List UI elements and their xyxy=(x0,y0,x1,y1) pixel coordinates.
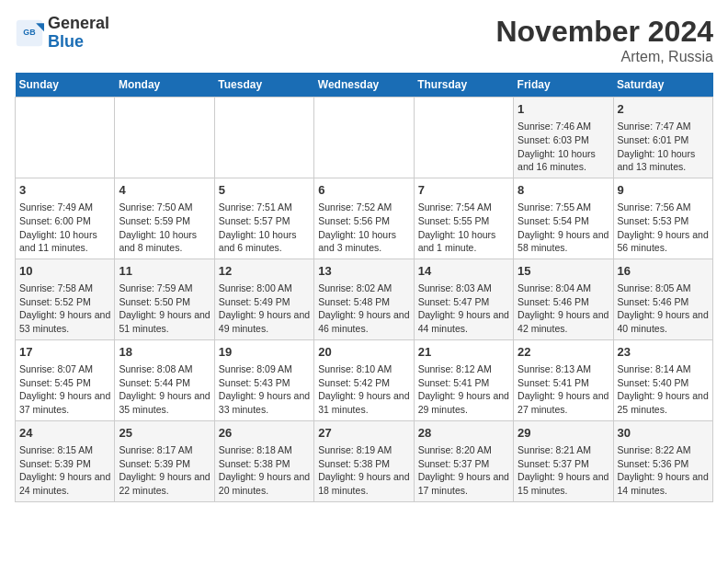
day-number: 19 xyxy=(219,344,310,361)
day-number: 11 xyxy=(119,263,210,280)
logo-icon: GB xyxy=(15,18,44,48)
day-number: 15 xyxy=(518,263,609,280)
calendar-cell: 28Sunrise: 8:20 AM Sunset: 5:37 PM Dayli… xyxy=(414,420,513,501)
day-content: Sunrise: 8:05 AM Sunset: 5:46 PM Dayligh… xyxy=(618,282,709,336)
calendar-cell xyxy=(214,98,313,178)
day-number: 17 xyxy=(19,344,110,361)
calendar-week-row: 1Sunrise: 7:46 AM Sunset: 6:03 PM Daylig… xyxy=(16,98,713,178)
day-number: 21 xyxy=(418,344,509,361)
calendar-header-row: SundayMondayTuesdayWednesdayThursdayFrid… xyxy=(16,73,713,98)
day-content: Sunrise: 8:02 AM Sunset: 5:48 PM Dayligh… xyxy=(318,282,409,336)
calendar-cell: 8Sunrise: 7:55 AM Sunset: 5:54 PM Daylig… xyxy=(514,178,613,259)
title-area: November 2024 Artem, Russia xyxy=(495,15,713,65)
page-header: GB General Blue November 2024 Artem, Rus… xyxy=(15,15,713,65)
calendar-week-row: 3Sunrise: 7:49 AM Sunset: 6:00 PM Daylig… xyxy=(16,178,713,259)
month-title: November 2024 xyxy=(495,15,713,49)
day-content: Sunrise: 8:17 AM Sunset: 5:39 PM Dayligh… xyxy=(119,443,210,498)
day-content: Sunrise: 8:10 AM Sunset: 5:42 PM Dayligh… xyxy=(318,362,409,417)
calendar-cell: 30Sunrise: 8:22 AM Sunset: 5:36 PM Dayli… xyxy=(613,420,712,501)
calendar-cell: 1Sunrise: 7:46 AM Sunset: 6:03 PM Daylig… xyxy=(514,98,613,178)
header-friday: Friday xyxy=(514,73,613,98)
calendar-cell: 17Sunrise: 8:07 AM Sunset: 5:45 PM Dayli… xyxy=(16,339,115,420)
day-number: 24 xyxy=(19,425,110,442)
day-number: 13 xyxy=(318,263,409,280)
calendar-cell: 20Sunrise: 8:10 AM Sunset: 5:42 PM Dayli… xyxy=(314,339,414,420)
calendar-cell: 18Sunrise: 8:08 AM Sunset: 5:44 PM Dayli… xyxy=(115,339,214,420)
svg-text:GB: GB xyxy=(23,28,35,37)
day-number: 10 xyxy=(19,263,110,280)
day-number: 2 xyxy=(618,101,709,118)
day-content: Sunrise: 7:46 AM Sunset: 6:03 PM Dayligh… xyxy=(518,120,609,174)
day-content: Sunrise: 8:14 AM Sunset: 5:40 PM Dayligh… xyxy=(618,362,709,417)
calendar-cell: 4Sunrise: 7:50 AM Sunset: 5:59 PM Daylig… xyxy=(115,178,214,259)
header-thursday: Thursday xyxy=(414,73,513,98)
day-number: 18 xyxy=(119,344,210,361)
calendar-cell: 23Sunrise: 8:14 AM Sunset: 5:40 PM Dayli… xyxy=(613,339,712,420)
header-monday: Monday xyxy=(115,73,214,98)
calendar-cell: 29Sunrise: 8:21 AM Sunset: 5:37 PM Dayli… xyxy=(514,420,613,501)
calendar-cell: 19Sunrise: 8:09 AM Sunset: 5:43 PM Dayli… xyxy=(214,339,313,420)
calendar-cell: 27Sunrise: 8:19 AM Sunset: 5:38 PM Dayli… xyxy=(314,420,414,501)
day-content: Sunrise: 8:00 AM Sunset: 5:49 PM Dayligh… xyxy=(219,282,310,336)
calendar-cell: 16Sunrise: 8:05 AM Sunset: 5:46 PM Dayli… xyxy=(613,259,712,339)
day-number: 6 xyxy=(318,182,409,199)
day-content: Sunrise: 8:03 AM Sunset: 5:47 PM Dayligh… xyxy=(418,282,509,336)
day-number: 25 xyxy=(119,425,210,442)
calendar-cell: 24Sunrise: 8:15 AM Sunset: 5:39 PM Dayli… xyxy=(16,420,115,501)
calendar-week-row: 17Sunrise: 8:07 AM Sunset: 5:45 PM Dayli… xyxy=(16,339,713,420)
day-number: 27 xyxy=(318,425,409,442)
calendar-cell: 3Sunrise: 7:49 AM Sunset: 6:00 PM Daylig… xyxy=(16,178,115,259)
day-number: 4 xyxy=(119,182,210,199)
day-content: Sunrise: 8:15 AM Sunset: 5:39 PM Dayligh… xyxy=(19,443,110,498)
logo: GB General Blue xyxy=(15,15,109,52)
day-content: Sunrise: 7:54 AM Sunset: 5:55 PM Dayligh… xyxy=(418,201,509,255)
calendar-week-row: 10Sunrise: 7:58 AM Sunset: 5:52 PM Dayli… xyxy=(16,259,713,339)
calendar-cell: 26Sunrise: 8:18 AM Sunset: 5:38 PM Dayli… xyxy=(214,420,313,501)
day-number: 16 xyxy=(618,263,709,280)
calendar-cell: 15Sunrise: 8:04 AM Sunset: 5:46 PM Dayli… xyxy=(514,259,613,339)
day-content: Sunrise: 7:47 AM Sunset: 6:01 PM Dayligh… xyxy=(618,120,709,174)
day-number: 7 xyxy=(418,182,509,199)
day-number: 23 xyxy=(618,344,709,361)
day-number: 3 xyxy=(19,182,110,199)
day-content: Sunrise: 7:52 AM Sunset: 5:56 PM Dayligh… xyxy=(318,201,409,255)
day-number: 1 xyxy=(518,101,609,118)
calendar-cell: 2Sunrise: 7:47 AM Sunset: 6:01 PM Daylig… xyxy=(613,98,712,178)
day-content: Sunrise: 7:51 AM Sunset: 5:57 PM Dayligh… xyxy=(219,201,310,255)
calendar-cell: 6Sunrise: 7:52 AM Sunset: 5:56 PM Daylig… xyxy=(314,178,414,259)
calendar-cell: 12Sunrise: 8:00 AM Sunset: 5:49 PM Dayli… xyxy=(214,259,313,339)
day-number: 12 xyxy=(219,263,310,280)
calendar-table: SundayMondayTuesdayWednesdayThursdayFrid… xyxy=(15,73,713,502)
day-content: Sunrise: 8:18 AM Sunset: 5:38 PM Dayligh… xyxy=(219,443,310,498)
day-number: 5 xyxy=(219,182,310,199)
day-content: Sunrise: 8:09 AM Sunset: 5:43 PM Dayligh… xyxy=(219,362,310,417)
day-number: 9 xyxy=(618,182,709,199)
calendar-cell xyxy=(115,98,214,178)
day-content: Sunrise: 8:13 AM Sunset: 5:41 PM Dayligh… xyxy=(518,362,609,417)
logo-line2: Blue xyxy=(48,32,84,51)
calendar-cell: 9Sunrise: 7:56 AM Sunset: 5:53 PM Daylig… xyxy=(613,178,712,259)
day-number: 29 xyxy=(518,425,609,442)
calendar-cell xyxy=(16,98,115,178)
calendar-cell xyxy=(314,98,414,178)
day-content: Sunrise: 7:55 AM Sunset: 5:54 PM Dayligh… xyxy=(518,201,609,255)
header-tuesday: Tuesday xyxy=(214,73,313,98)
calendar-week-row: 24Sunrise: 8:15 AM Sunset: 5:39 PM Dayli… xyxy=(16,420,713,501)
calendar-cell: 22Sunrise: 8:13 AM Sunset: 5:41 PM Dayli… xyxy=(514,339,613,420)
header-wednesday: Wednesday xyxy=(314,73,414,98)
calendar-cell: 25Sunrise: 8:17 AM Sunset: 5:39 PM Dayli… xyxy=(115,420,214,501)
calendar-cell: 11Sunrise: 7:59 AM Sunset: 5:50 PM Dayli… xyxy=(115,259,214,339)
day-content: Sunrise: 8:22 AM Sunset: 5:36 PM Dayligh… xyxy=(618,443,709,498)
calendar-cell: 21Sunrise: 8:12 AM Sunset: 5:41 PM Dayli… xyxy=(414,339,513,420)
day-number: 8 xyxy=(518,182,609,199)
day-number: 26 xyxy=(219,425,310,442)
logo-line1: General xyxy=(48,15,109,33)
day-content: Sunrise: 7:56 AM Sunset: 5:53 PM Dayligh… xyxy=(618,201,709,255)
day-number: 14 xyxy=(418,263,509,280)
day-content: Sunrise: 7:50 AM Sunset: 5:59 PM Dayligh… xyxy=(119,201,210,255)
day-content: Sunrise: 8:08 AM Sunset: 5:44 PM Dayligh… xyxy=(119,362,210,417)
location-title: Artem, Russia xyxy=(495,49,713,65)
calendar-cell xyxy=(414,98,513,178)
day-content: Sunrise: 8:21 AM Sunset: 5:37 PM Dayligh… xyxy=(518,443,609,498)
day-number: 22 xyxy=(518,344,609,361)
